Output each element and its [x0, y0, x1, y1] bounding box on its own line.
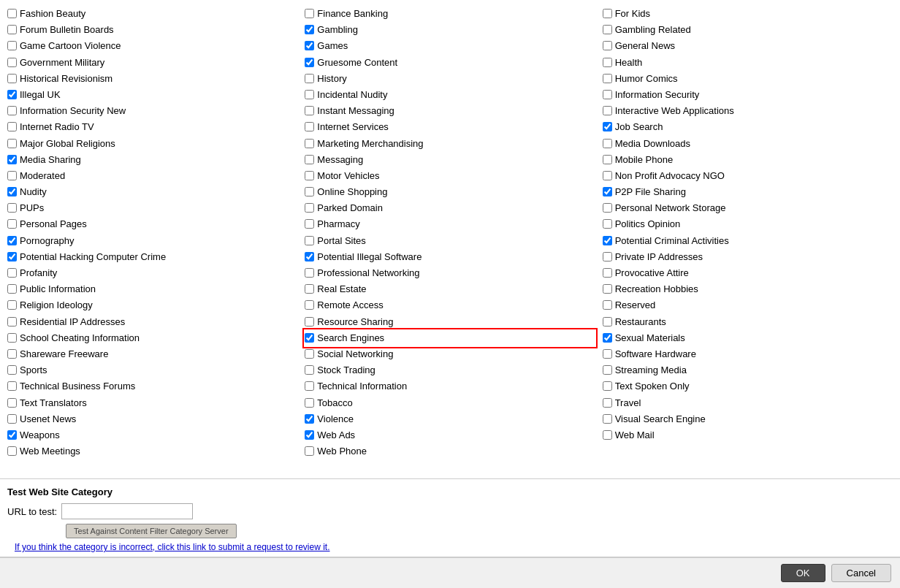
- category-label[interactable]: Provocative Attire: [615, 267, 689, 280]
- category-label[interactable]: General News: [615, 39, 675, 53]
- test-button[interactable]: Test Against Content Filter Category Ser…: [66, 524, 237, 538]
- category-label[interactable]: Finance Banking: [317, 7, 388, 20]
- category-checkbox[interactable]: [603, 284, 612, 294]
- category-checkbox[interactable]: [305, 139, 314, 148]
- category-label[interactable]: Pharmacy: [317, 218, 360, 231]
- category-checkbox[interactable]: [7, 414, 17, 424]
- category-label[interactable]: Social Networking: [317, 348, 393, 361]
- category-label[interactable]: Messaging: [317, 153, 363, 167]
- category-checkbox[interactable]: [7, 187, 17, 196]
- category-checkbox[interactable]: [7, 9, 17, 18]
- category-label[interactable]: Portal Sites: [317, 234, 365, 248]
- category-checkbox[interactable]: [305, 268, 314, 278]
- category-checkbox[interactable]: [7, 349, 17, 359]
- category-label[interactable]: Politics Opinion: [615, 218, 681, 231]
- category-checkbox[interactable]: [305, 58, 314, 67]
- category-label[interactable]: Online Shopping: [317, 186, 387, 199]
- ok-button[interactable]: OK: [781, 564, 825, 582]
- category-label[interactable]: Mobile Phone: [615, 153, 674, 167]
- category-label[interactable]: Fashion Beauty: [20, 7, 85, 20]
- category-label[interactable]: Potential Hacking Computer Crime: [20, 251, 166, 264]
- category-checkbox[interactable]: [603, 155, 612, 164]
- category-checkbox[interactable]: [7, 236, 17, 245]
- category-checkbox[interactable]: [305, 90, 314, 99]
- category-checkbox[interactable]: [603, 365, 612, 375]
- category-label[interactable]: Web Ads: [317, 429, 355, 442]
- category-label[interactable]: Interactive Web Applications: [615, 104, 734, 118]
- category-label[interactable]: Games: [317, 39, 348, 53]
- category-label[interactable]: Public Information: [20, 283, 96, 296]
- category-checkbox[interactable]: [7, 155, 17, 164]
- category-checkbox[interactable]: [305, 155, 314, 164]
- category-label[interactable]: Marketing Merchandising: [317, 137, 423, 150]
- category-label[interactable]: PUPs: [20, 202, 44, 215]
- category-label[interactable]: Internet Radio TV: [20, 121, 94, 134]
- category-checkbox[interactable]: [603, 171, 612, 180]
- category-label[interactable]: Personal Network Storage: [615, 202, 726, 215]
- category-checkbox[interactable]: [305, 381, 314, 391]
- category-checkbox[interactable]: [603, 349, 612, 359]
- category-label[interactable]: Usenet News: [20, 413, 76, 426]
- category-checkbox[interactable]: [7, 333, 17, 343]
- category-label[interactable]: Non Profit Advocacy NGO: [615, 169, 725, 183]
- category-label[interactable]: Personal Pages: [20, 218, 87, 231]
- category-label[interactable]: Health: [615, 56, 643, 69]
- category-label[interactable]: Recreation Hobbies: [615, 283, 698, 296]
- category-label[interactable]: Real Estate: [317, 283, 366, 296]
- category-checkbox[interactable]: [603, 398, 612, 408]
- category-checkbox[interactable]: [7, 203, 17, 213]
- category-checkbox[interactable]: [7, 268, 17, 278]
- category-checkbox[interactable]: [603, 300, 612, 310]
- category-label[interactable]: Technical Information: [317, 380, 407, 393]
- category-label[interactable]: Media Sharing: [20, 153, 81, 167]
- category-checkbox[interactable]: [7, 219, 17, 229]
- category-label[interactable]: Weapons: [20, 429, 60, 442]
- category-label[interactable]: Moderated: [20, 169, 65, 183]
- category-checkbox[interactable]: [7, 41, 17, 50]
- category-checkbox[interactable]: [7, 252, 17, 261]
- category-label[interactable]: Private IP Addresses: [615, 251, 703, 264]
- category-checkbox[interactable]: [603, 414, 612, 424]
- category-label[interactable]: Potential Criminal Activities: [615, 234, 729, 248]
- category-label[interactable]: P2P File Sharing: [615, 186, 686, 199]
- category-label[interactable]: Search Engines: [317, 332, 384, 345]
- category-checkbox[interactable]: [7, 106, 17, 115]
- category-checkbox[interactable]: [603, 90, 612, 99]
- category-checkbox[interactable]: [7, 171, 17, 180]
- category-label[interactable]: Internet Services: [317, 121, 389, 134]
- category-label[interactable]: Instant Messaging: [317, 104, 394, 118]
- category-label[interactable]: Tobacco: [317, 397, 352, 410]
- category-label[interactable]: Information Security: [615, 88, 700, 102]
- category-checkbox[interactable]: [305, 300, 314, 310]
- category-label[interactable]: Incidental Nudity: [317, 88, 387, 102]
- category-checkbox[interactable]: [603, 122, 612, 131]
- category-checkbox[interactable]: [7, 317, 17, 327]
- category-label[interactable]: Text Translators: [20, 397, 87, 410]
- category-checkbox[interactable]: [305, 398, 314, 408]
- category-checkbox[interactable]: [7, 381, 17, 391]
- category-checkbox[interactable]: [305, 317, 314, 327]
- category-checkbox[interactable]: [7, 300, 17, 310]
- category-label[interactable]: For Kids: [615, 7, 650, 20]
- category-checkbox[interactable]: [7, 139, 17, 148]
- category-checkbox[interactable]: [603, 236, 612, 245]
- category-checkbox[interactable]: [305, 187, 314, 196]
- category-checkbox[interactable]: [603, 106, 612, 115]
- category-checkbox[interactable]: [7, 365, 17, 375]
- category-checkbox[interactable]: [305, 74, 314, 83]
- category-checkbox[interactable]: [603, 58, 612, 67]
- category-checkbox[interactable]: [603, 317, 612, 327]
- category-label[interactable]: Historical Revisionism: [20, 72, 113, 85]
- category-label[interactable]: Game Cartoon Violence: [20, 39, 121, 53]
- category-checkbox[interactable]: [305, 284, 314, 294]
- category-checkbox[interactable]: [305, 365, 314, 375]
- category-label[interactable]: Stock Trading: [317, 364, 375, 377]
- category-checkbox[interactable]: [603, 9, 612, 18]
- category-checkbox[interactable]: [603, 268, 612, 278]
- category-label[interactable]: Web Phone: [317, 445, 367, 458]
- category-label[interactable]: Humor Comics: [615, 72, 678, 85]
- cancel-button[interactable]: Cancel: [831, 564, 891, 582]
- category-checkbox[interactable]: [603, 203, 612, 213]
- category-label[interactable]: Major Global Religions: [20, 137, 115, 150]
- category-label[interactable]: History: [317, 72, 346, 85]
